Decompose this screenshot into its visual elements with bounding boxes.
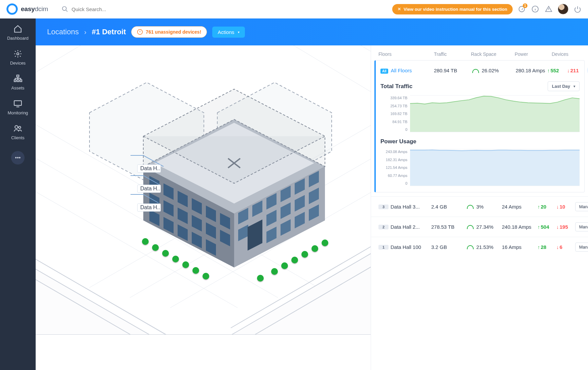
svg-rect-8 <box>17 80 19 81</box>
traffic-area <box>410 95 580 132</box>
floor-num: 2 <box>378 225 389 229</box>
floor-name[interactable]: Data Hall 100 <box>391 244 429 250</box>
global-search[interactable] <box>62 6 173 12</box>
hdr-rack: Rack Space <box>471 51 515 57</box>
ytick: 0 <box>405 181 407 185</box>
gauge-icon <box>467 205 474 209</box>
svg-point-2 <box>62 7 66 11</box>
unassigned-warning[interactable]: 761 unassigned devices! <box>131 26 207 38</box>
hdr-traffic: Traffic <box>434 51 471 57</box>
ytick: 121.54 Amps <box>386 165 407 170</box>
floor-label-2[interactable]: Data H... <box>137 185 161 193</box>
actions-label: Actions <box>218 29 234 35</box>
floors-panel: Floors Traffic Rack Space Power Devices … <box>371 45 588 370</box>
ytick: 0 <box>405 127 407 132</box>
breadcrumb-root[interactable]: Locations <box>47 28 79 36</box>
breadcrumb-current: #1 Detroit <box>92 28 126 36</box>
all-rack: 26.02% <box>472 68 514 73</box>
nav-assets[interactable]: Assets <box>0 74 36 90</box>
all-power: 280.18 Amps <box>516 68 546 73</box>
floor-rack: 21.53% <box>476 244 500 250</box>
all-label: All Floors <box>391 68 412 73</box>
tree-marker <box>281 262 288 269</box>
ytick: 84.91 TB <box>393 120 407 124</box>
floor-name[interactable]: Data Hall 2... <box>391 224 429 230</box>
tree-marker <box>301 251 308 258</box>
nav-more[interactable]: ••• <box>11 151 25 164</box>
time-range-select[interactable]: Last Day ▾ <box>548 81 580 91</box>
chevron-right-icon: › <box>84 28 86 36</box>
floor-down: 10 <box>556 204 573 210</box>
nav-devices[interactable]: Devices <box>0 49 36 66</box>
floor-label-1[interactable]: Data H... <box>137 204 161 212</box>
tree-marker <box>162 250 169 257</box>
floor-traffic: 278.53 TB <box>431 224 465 230</box>
nav-dashboard[interactable]: Dashboard <box>0 25 36 41</box>
floor-num: 1 <box>378 245 389 250</box>
tree-marker <box>257 275 264 282</box>
ytick: 339.64 TB <box>390 96 407 100</box>
floor-row: 1 Data Hall 100 3.2 GB 21.53% 16 Amps 28… <box>371 237 588 257</box>
location-3d-view[interactable]: Data H... Data H... Data H... <box>36 45 371 370</box>
brand-name: easydcim <box>21 5 48 13</box>
hierarchy-icon <box>13 74 22 83</box>
gauge-icon <box>472 69 479 73</box>
gauge-icon <box>467 245 474 249</box>
floor-label-3[interactable]: Data H... <box>137 164 161 173</box>
svg-rect-7 <box>14 80 16 81</box>
nav-label: Clients <box>11 135 25 140</box>
breadcrumb-bar: Locations › #1 Detroit 761 unassigned de… <box>36 18 588 45</box>
svg-rect-10 <box>14 101 22 105</box>
nav-monitoring[interactable]: Monitoring <box>0 99 36 115</box>
floor-traffic: 2.4 GB <box>431 204 465 210</box>
floor-rack: 27.34% <box>476 224 500 230</box>
nav-clients[interactable]: Clients <box>0 124 36 140</box>
gear-icon <box>13 49 22 58</box>
hdr-power: Power <box>515 51 552 57</box>
tree-marker <box>192 267 199 274</box>
floor-up: 20 <box>538 204 554 210</box>
tree-marker <box>142 238 149 245</box>
all-traffic: 280.94 TB <box>434 68 471 73</box>
actions-button[interactable]: Actions ▾ <box>212 27 245 38</box>
close-icon[interactable]: ✕ <box>398 7 401 11</box>
floor-name[interactable]: Data Hall 3... <box>391 204 429 210</box>
floor-power: 240.18 Amps <box>502 224 536 230</box>
manage-button[interactable]: Manage <box>575 243 588 252</box>
all-floors-link[interactable]: AllAll Floors <box>380 68 433 73</box>
svg-rect-6 <box>17 75 19 77</box>
ytick: 254.73 TB <box>390 104 407 108</box>
help-banner-text: View our video instruction manual for th… <box>404 7 507 12</box>
chevron-down-icon: ▾ <box>238 30 240 34</box>
brand-logo[interactable]: easydcim <box>6 3 48 15</box>
floor-down: 6 <box>556 244 573 250</box>
tree-marker <box>182 261 189 268</box>
search-input[interactable] <box>72 6 173 12</box>
manage-button[interactable]: Manage <box>575 202 588 211</box>
help-banner[interactable]: ✕ View our video instruction manual for … <box>392 4 513 14</box>
timer-icon[interactable]: 1 <box>517 5 526 13</box>
home-icon <box>13 25 22 33</box>
tree-marker <box>203 273 209 280</box>
info-icon[interactable] <box>531 5 540 13</box>
alert-icon <box>137 29 143 35</box>
power-area <box>410 149 580 186</box>
manage-button[interactable]: Manage <box>575 222 588 231</box>
nav-label: Devices <box>10 61 26 66</box>
all-dev-up: 552 <box>547 68 566 73</box>
tree-marker <box>291 257 298 263</box>
floor-num: 3 <box>378 205 389 209</box>
monitor-icon <box>13 99 22 108</box>
floor-traffic: 3.2 GB <box>431 244 465 250</box>
all-badge: All <box>380 69 388 74</box>
user-avatar[interactable] <box>558 4 568 14</box>
floor-up: 504 <box>538 224 554 230</box>
svg-point-5 <box>17 53 19 55</box>
floor-row: 3 Data Hall 3... 2.4 GB 3% 24 Amps 20 10… <box>371 196 588 217</box>
warning-icon[interactable] <box>544 5 553 13</box>
warning-text: 761 unassigned devices! <box>146 29 201 35</box>
power-icon[interactable] <box>573 5 582 13</box>
floor-row: 2 Data Hall 2... 278.53 TB 27.34% 240.18… <box>371 217 588 237</box>
power-chart-title: Power Usage <box>380 138 416 145</box>
floor-down: 195 <box>556 224 573 230</box>
